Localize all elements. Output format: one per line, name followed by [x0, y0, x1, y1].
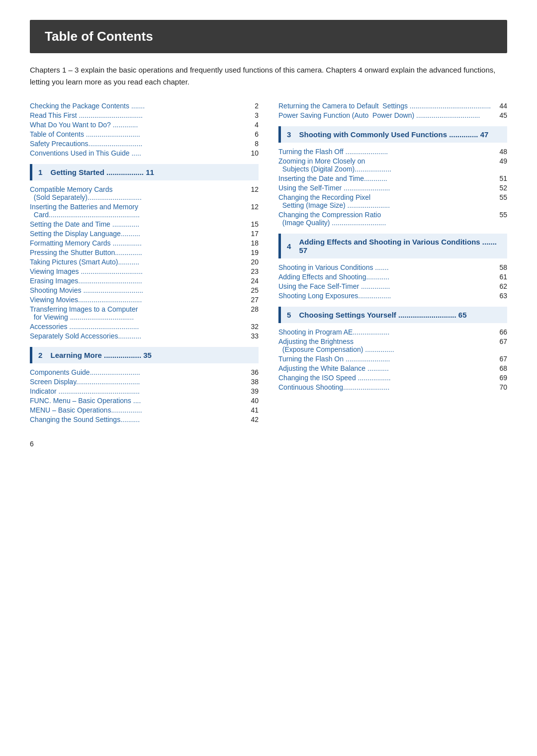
toc-entry[interactable]: Shooting Long Exposures.................…: [278, 292, 507, 300]
preamble-entries-right: Returning the Camera to Default Settings…: [278, 102, 507, 119]
section-header-1[interactable]: 1 Getting Started .................. 11: [30, 164, 259, 180]
toc-entry[interactable]: Setting the Date and Time ..............…: [30, 220, 259, 228]
toc-entry[interactable]: Shooting in Program AE..................…: [278, 328, 507, 336]
section-header-5[interactable]: 5 Choosing Settings Yourself ...........…: [278, 307, 507, 323]
toc-entry[interactable]: Taking Pictures (Smart Auto)...........2…: [30, 258, 259, 266]
toc-entry[interactable]: Viewing Movies..........................…: [30, 296, 259, 304]
toc-entry[interactable]: Accessories ............................…: [30, 323, 259, 331]
toc-entry[interactable]: Checking the Package Contents .......2: [30, 102, 259, 110]
toc-entry[interactable]: Adjusting the White Balance ...........6…: [278, 364, 507, 372]
toc-entry[interactable]: MENU – Basic Operations................4…: [30, 406, 259, 414]
toc-entry[interactable]: Changing the Sound Settings..........42: [30, 416, 259, 423]
toc-entry[interactable]: Changing the ISO Speed .................…: [278, 374, 507, 382]
left-column: Checking the Package Contents .......2Re…: [30, 102, 259, 425]
sections-right: 3 Shooting with Commonly Used Functions …: [278, 126, 507, 391]
toc-entry[interactable]: Changing the Recording Pixel Setting (Im…: [278, 193, 507, 209]
toc-entry[interactable]: Indicator ..............................…: [30, 387, 259, 395]
toc-entry[interactable]: Pressing the Shutter Button.............…: [30, 249, 259, 256]
intro-text: Chapters 1 – 3 explain the basic operati…: [30, 64, 507, 88]
toc-entry[interactable]: Zooming in More Closely on Subjects (Dig…: [278, 157, 507, 173]
toc-entry[interactable]: Shooting Movies ........................…: [30, 286, 259, 294]
footer-page-number: 6: [30, 440, 507, 448]
toc-entry[interactable]: Using the Face Self-Timer ..............…: [278, 282, 507, 290]
toc-entry[interactable]: Turning the Flash On ...................…: [278, 355, 507, 363]
toc-entry[interactable]: Turning the Flash Off ..................…: [278, 148, 507, 156]
toc-entry[interactable]: Returning the Camera to Default Settings…: [278, 102, 507, 110]
toc-entry[interactable]: Compatible Memory Cards (Sold Separately…: [30, 185, 259, 201]
toc-entry[interactable]: Changing the Compression Ratio (Image Qu…: [278, 211, 507, 227]
toc-entry[interactable]: Separately Sold Accessories............3…: [30, 332, 259, 340]
toc-entry[interactable]: Transferring Images to a Computer for Vi…: [30, 305, 259, 321]
toc-entry[interactable]: Read This First ........................…: [30, 111, 259, 119]
page-title-bar: Table of Contents: [30, 20, 507, 53]
toc-entry[interactable]: Viewing Images .........................…: [30, 267, 259, 275]
sections-left: 1 Getting Started .................. 11C…: [30, 164, 259, 423]
right-column: Returning the Camera to Default Settings…: [278, 102, 507, 425]
toc-entry[interactable]: Inserting the Date and Time............5…: [278, 174, 507, 182]
preamble-entries-left: Checking the Package Contents .......2Re…: [30, 102, 259, 157]
toc-entry[interactable]: Using the Self-Timer ...................…: [278, 184, 507, 192]
toc-entry[interactable]: Shooting in Various Conditions .......58: [278, 263, 507, 271]
section-header-4[interactable]: 4 Adding Effects and Shooting in Various…: [278, 234, 507, 258]
section-header-2[interactable]: 2 Learning More .................. 35: [30, 347, 259, 363]
toc-entry[interactable]: Screen Display..........................…: [30, 378, 259, 386]
toc-entry[interactable]: Continuous Shooting.....................…: [278, 383, 507, 391]
toc-entry[interactable]: Table of Contents ......................…: [30, 130, 259, 138]
toc-entry[interactable]: Safety Precautions......................…: [30, 140, 259, 148]
toc-entry[interactable]: Adding Effects and Shooting............6…: [278, 273, 507, 281]
section-header-3[interactable]: 3 Shooting with Commonly Used Functions …: [278, 126, 507, 143]
toc-entry[interactable]: What Do You Want to Do? .............4: [30, 121, 259, 129]
toc-entry[interactable]: Power Saving Function (Auto Power Down) …: [278, 111, 507, 119]
toc-entry[interactable]: Conventions Used in This Guide .....10: [30, 149, 259, 157]
toc-entry[interactable]: Formatting Memory Cards ...............1…: [30, 239, 259, 247]
toc-entry[interactable]: Inserting the Batteries and Memory Card.…: [30, 203, 259, 219]
toc-entry[interactable]: Setting the Display Language..........17: [30, 230, 259, 238]
toc-entry[interactable]: Erasing Images..........................…: [30, 277, 259, 285]
toc-entry[interactable]: Components Guide........................…: [30, 368, 259, 376]
toc-entry[interactable]: Adjusting the Brightness (Exposure Compe…: [278, 337, 507, 353]
toc-entry[interactable]: FUNC. Menu – Basic Operations ....40: [30, 397, 259, 405]
page-title: Table of Contents: [45, 29, 153, 44]
